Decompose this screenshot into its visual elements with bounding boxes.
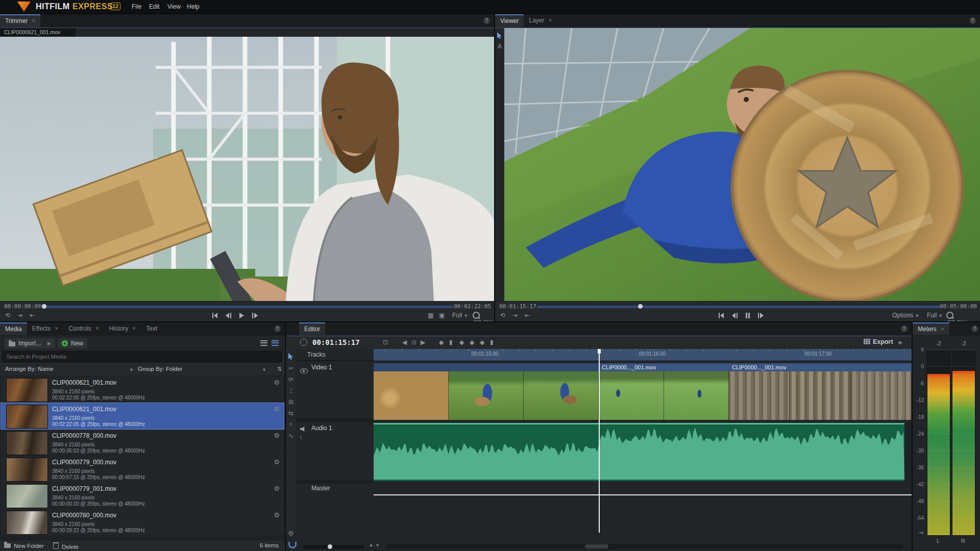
tab-controls[interactable]: Controls× [63,322,104,335]
set-in-icon[interactable]: ⇥ [512,312,518,319]
master-track-lane[interactable] [374,483,912,532]
timeline-zoom-slider[interactable] [303,545,364,549]
channel-view-icon[interactable]: ▣ [439,312,445,319]
audio-clip[interactable] [374,423,904,481]
viewer-options-select[interactable]: Options▼ [892,312,919,319]
close-icon[interactable]: × [941,325,944,333]
expand-right-icon[interactable]: ▸ [377,542,379,547]
set-out-icon[interactable]: ⇤ [30,312,35,319]
menu-file[interactable]: File [132,3,141,10]
gear-icon[interactable]: ⚙ [274,511,280,519]
editor-timecode[interactable]: 00:01:15:17 [312,338,360,346]
rotate-tool-icon[interactable]: ⟳ [286,376,296,383]
viewer-seek-bar[interactable] [537,306,940,308]
go-to-start-button[interactable] [211,313,218,318]
trimmer-scale-select[interactable]: Full▼ [452,312,468,319]
add-keyframe-icon[interactable]: ⊙ [411,339,416,346]
link-tool-icon[interactable]: ⌶ [286,387,296,394]
loop-icon[interactable]: ⟲ [5,312,10,319]
trimmer-playhead-dot[interactable] [42,304,46,309]
step-back-button[interactable] [731,313,738,318]
sort-direction-icon[interactable]: ⇅ [277,366,282,372]
help-icon[interactable]: ? [901,325,908,332]
viewer-playhead-dot[interactable] [638,304,643,309]
close-icon[interactable]: × [95,325,99,332]
hscrollbar-thumb[interactable] [585,544,608,548]
set-in-icon[interactable]: ⇥ [17,312,22,319]
text-tool-icon[interactable]: A [495,43,504,50]
search-input[interactable] [2,351,282,362]
tab-trimmer[interactable]: Trimmer× [0,14,40,27]
list-view-icon[interactable] [260,340,267,346]
insert-tool-icon[interactable]: ⊞ [286,398,296,406]
ripple-edit-icon[interactable]: ◆ [439,339,444,346]
timeline-ruler[interactable]: 00:01:15:00 00:01:16:00 00:01:17:00 [374,349,912,361]
menu-help[interactable]: Help [187,3,200,10]
tab-meters[interactable]: Meters× [913,322,949,335]
viewer-video-frame[interactable] [495,28,980,301]
arrange-by-select[interactable]: Arrange By: Name [5,366,54,372]
import-button[interactable]: Import... ▶ [4,338,56,349]
rate-stretch-icon[interactable]: ◆ [480,339,484,346]
tab-text[interactable]: Text [141,322,162,335]
media-item[interactable]: CLIP0000779_001.mov3840 x 2160 pixels00:… [1,483,284,509]
next-keyframe-icon[interactable]: ▶ [421,339,425,346]
detail-view-icon[interactable] [272,340,279,346]
media-item[interactable]: CLIP0000779_000.mov3840 x 2160 pixels00:… [1,456,284,482]
gear-icon[interactable]: ⚙ [274,405,280,413]
play-button[interactable] [239,313,244,318]
video-clip-2[interactable]: CLIP0000..._001.mov [599,363,729,420]
curve-tool-icon[interactable]: ∿ [286,432,296,439]
close-icon[interactable]: × [32,17,35,24]
new-folder-button[interactable]: New Folder [4,542,44,549]
step-forward-button[interactable] [757,313,764,318]
export-button[interactable]: Export ▶ [864,338,902,345]
media-item[interactable]: CLIP0000621_001.mov3840 x 2160 pixels00:… [1,377,284,403]
slice-tool-icon[interactable]: ✂ [286,365,296,372]
menu-view[interactable]: View [167,3,181,10]
timeline-playhead[interactable] [599,349,600,533]
close-icon[interactable]: × [132,325,136,332]
slip-edit-icon[interactable]: ◆ [459,339,464,346]
new-button[interactable]: + New [57,338,88,349]
snap-magnet-icon[interactable] [288,542,297,548]
media-item-selected[interactable]: CLIP0000621_001.mov3840 x 2160 pixels00:… [1,403,284,429]
track-visibility-icon[interactable] [300,368,308,373]
timeline-settings-gear-icon[interactable]: ⚙ [288,530,294,537]
timeline-hscrollbar[interactable] [386,544,903,549]
media-item[interactable]: CLIP0000778_000.mov3840 x 2160 pixels00:… [1,430,284,456]
gear-icon[interactable]: ⚙ [274,379,280,386]
pause-button[interactable] [745,313,750,318]
roll-edit-icon[interactable]: ▮ [449,339,453,346]
help-icon[interactable]: ? [483,17,490,24]
razor-icon[interactable]: ▮ [490,339,494,346]
group-by-select[interactable]: Group By: Folder [138,366,183,372]
help-icon[interactable]: ? [969,17,976,24]
slide-edit-icon[interactable]: ◆ [470,339,474,346]
tab-layer[interactable]: Layer× [524,14,557,27]
gear-icon[interactable]: ⚙ [274,432,280,439]
video-clip-1-selected[interactable] [374,363,599,420]
help-icon[interactable]: ? [274,325,281,332]
step-forward-button[interactable] [252,313,258,318]
help-icon[interactable]: ? [971,325,978,332]
viewer-scale-select[interactable]: Full▼ [927,312,943,319]
gear-icon[interactable]: ⚙ [274,485,280,492]
snap-grid-icon[interactable]: ⌗ [286,421,296,428]
tab-history[interactable]: History× [104,322,141,335]
menu-edit[interactable]: Edit [149,3,160,10]
select-tool-icon[interactable] [288,353,293,360]
tab-editor[interactable]: Editor [299,322,325,335]
go-to-start-button[interactable] [718,313,724,318]
viewer-zoom-select[interactable]: (32.2%)▼ [946,312,980,321]
close-icon[interactable]: × [55,325,58,332]
gear-icon[interactable]: ⚙ [274,458,280,466]
video-clip-3[interactable]: CLIP0000..._001.mov [729,363,912,420]
track-mute-icon[interactable] [300,427,306,432]
set-out-icon[interactable]: ⇤ [525,312,530,319]
swap-tool-icon[interactable]: ⇆ [286,410,296,417]
select-tool-icon[interactable] [497,32,502,39]
insert-icon[interactable]: ⊡ [383,339,388,346]
audio-sync-icon[interactable]: ⌇ [300,435,302,440]
close-icon[interactable]: × [549,17,552,24]
